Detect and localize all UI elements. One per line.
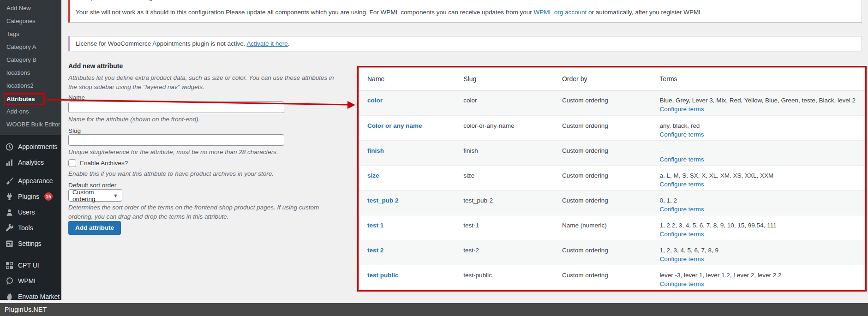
attribute-terms: – [659, 147, 865, 154]
sidebar-item-locations[interactable]: locations [0, 66, 61, 79]
paintbrush-icon [5, 176, 14, 185]
sidebar-item-category-b[interactable]: Category B [0, 54, 61, 66]
bar-chart-icon [5, 158, 14, 167]
plugin-icon [5, 192, 14, 201]
sidebar-item-cpt-ui[interactable]: CPT UI [0, 257, 61, 273]
slug-input[interactable] [68, 134, 284, 146]
sort-order-select[interactable]: Custom ordering ▼ [68, 189, 122, 202]
wpml-org-account-link[interactable]: WPML.org account [534, 9, 587, 16]
configure-terms-link[interactable]: Configure terms [659, 280, 704, 287]
table-row: test 1 test-1 Name (numeric) 1, 2.2, 3, … [359, 215, 865, 240]
attributes-annotation-box: Attributes [4, 93, 45, 105]
sidebar-item-settings[interactable]: Settings [0, 236, 61, 251]
sidebar-item-envato-market[interactable]: Envato Market [0, 289, 61, 304]
attribute-order-by: Custom ordering [554, 265, 652, 290]
attribute-slug: color [455, 90, 554, 115]
attribute-name-link[interactable]: test 2 [367, 247, 383, 254]
sidebar-item-wpml[interactable]: WPML [0, 273, 61, 289]
name-input[interactable] [68, 101, 284, 113]
sidebar-item-label: WOOBE Bulk Editor [6, 121, 60, 128]
sidebar-item-label: Add-ons [6, 108, 29, 115]
attribute-name-link[interactable]: Color or any name [367, 122, 422, 129]
sort-order-selected-value: Custom ordering [72, 189, 110, 203]
table-row: test public test-public Custom ordering … [359, 265, 865, 290]
sort-order-help: Determines the sort order of the terms o… [68, 203, 337, 221]
sidebar-item-label: Envato Market [18, 293, 60, 300]
sidebar-item-add-new[interactable]: Add New [0, 2, 61, 15]
attribute-slug: size [455, 166, 554, 190]
attribute-name-link[interactable]: test public [367, 272, 399, 279]
sidebar-item-label: Users [18, 209, 35, 216]
attribute-terms: 0, 1, 2 [659, 197, 865, 204]
configure-terms-link[interactable]: Configure terms [659, 131, 704, 138]
header-slug: Slug [455, 75, 554, 83]
attribute-name-link[interactable]: test_pub 2 [367, 197, 399, 204]
attribute-slug: finish [455, 141, 554, 165]
attribute-terms: a, L, M, S, SX, X, XL, XM, XS, XXL, XXM [659, 172, 865, 179]
attribute-order-by: Custom ordering [554, 141, 652, 165]
attributes-table: Name Slug Order by Terms color color Cus… [359, 67, 865, 290]
sidebar-item-label: Tools [18, 224, 33, 232]
name-label: Name [68, 94, 85, 101]
admin-content: wpml-translation-management Your site wi… [61, 0, 868, 303]
footer-bar: PluginUs.NET [0, 303, 868, 316]
add-attribute-button[interactable]: Add attribute [68, 221, 121, 235]
sidebar-item-analytics[interactable]: Analytics [0, 155, 61, 170]
attribute-terms: Blue, Grey, Lever 3, Mix, Red, Yellow, B… [659, 97, 865, 104]
sidebar-item-tags[interactable]: Tags [0, 28, 61, 41]
configure-terms-link[interactable]: Configure terms [659, 181, 704, 188]
attribute-terms: lever -3, lever 1, lever 1.2, Lever 2, l… [659, 272, 865, 279]
attribute-slug: test-2 [455, 240, 554, 265]
sidebar-item-appointments[interactable]: Appointments [0, 139, 61, 155]
sidebar-item-users[interactable]: Users [0, 204, 61, 220]
sidebar-item-label: locations [6, 69, 30, 76]
plugins-update-badge: 15 [44, 192, 53, 201]
attribute-name-link[interactable]: finish [367, 147, 384, 154]
sidebar-item-appearance[interactable]: Appearance [0, 173, 61, 189]
sidebar-item-locations2[interactable]: locations2 [0, 79, 61, 92]
attribute-order-by: Name (numeric) [554, 215, 652, 240]
enable-archives-checkbox[interactable] [68, 159, 76, 167]
sidebar-item-add-ons[interactable]: Add-ons [0, 105, 61, 118]
attribute-terms: 1, 2.2, 3, 4, 5, 6, 7, 8, 9, 10, 15, 99.… [659, 222, 865, 229]
configure-terms-link[interactable]: Configure terms [659, 106, 704, 113]
sort-order-label: Default sort order [68, 182, 116, 189]
attribute-terms: 1, 2, 3, 4, 5, 6, 7, 8, 9 [659, 247, 865, 254]
header-terms: Terms [651, 75, 865, 83]
chevron-down-icon: ▼ [113, 193, 118, 198]
table-row: color color Custom ordering Blue, Grey, … [359, 90, 865, 115]
attribute-name-link[interactable]: color [367, 97, 383, 104]
table-row: test_pub 2 test_pub-2 Custom ordering 0,… [359, 190, 865, 215]
sidebar-item-tools[interactable]: Tools [0, 220, 61, 236]
sidebar-item-label: locations2 [6, 82, 34, 89]
configure-terms-link[interactable]: Configure terms [659, 231, 704, 238]
form-title: Add new attribute [68, 62, 123, 70]
sidebar-item-label: Appearance [18, 177, 53, 185]
attribute-order-by: Custom ordering [554, 90, 652, 115]
products-submenu: Add New Categories Tags Category A Categ… [0, 0, 61, 135]
clock-icon [5, 142, 14, 151]
table-row: finish finish Custom ordering –Configure… [359, 140, 865, 165]
sidebar-item-plugins[interactable]: Plugins 15 [0, 189, 61, 204]
slug-label: Slug [68, 127, 81, 134]
attribute-name-link[interactable]: test 1 [367, 222, 383, 229]
leaf-icon [5, 292, 14, 301]
attribute-name-link[interactable]: size [367, 172, 379, 179]
admin-menu: Appointments Analytics Appearance Plugin… [0, 135, 61, 304]
footer-brand: PluginUs.NET [0, 303, 868, 316]
sidebar-item-label: Plugins [18, 193, 39, 200]
sidebar-item-category-a[interactable]: Category A [0, 41, 61, 54]
configure-terms-link[interactable]: Configure terms [659, 206, 704, 213]
settings-icon [5, 239, 14, 248]
sidebar-item-attributes[interactable]: Attributes [0, 92, 61, 105]
configure-terms-link[interactable]: Configure terms [659, 256, 704, 262]
configure-terms-link[interactable]: Configure terms [659, 156, 704, 163]
sidebar-item-label: WPML [18, 277, 37, 285]
attribute-slug: color-or-any-name [455, 116, 554, 140]
attributes-table-annotation-box: Name Slug Order by Terms color color Cus… [357, 66, 867, 292]
name-help: Name for the attribute (shown on the fro… [68, 116, 200, 123]
sidebar-item-categories[interactable]: Categories [0, 15, 61, 28]
sidebar-item-woobe-bulk-editor[interactable]: WOOBE Bulk Editor [0, 118, 61, 131]
attribute-slug: test_pub-2 [455, 191, 554, 215]
wpml-warning-text-after: or automatically, after you register WPM… [588, 9, 704, 16]
